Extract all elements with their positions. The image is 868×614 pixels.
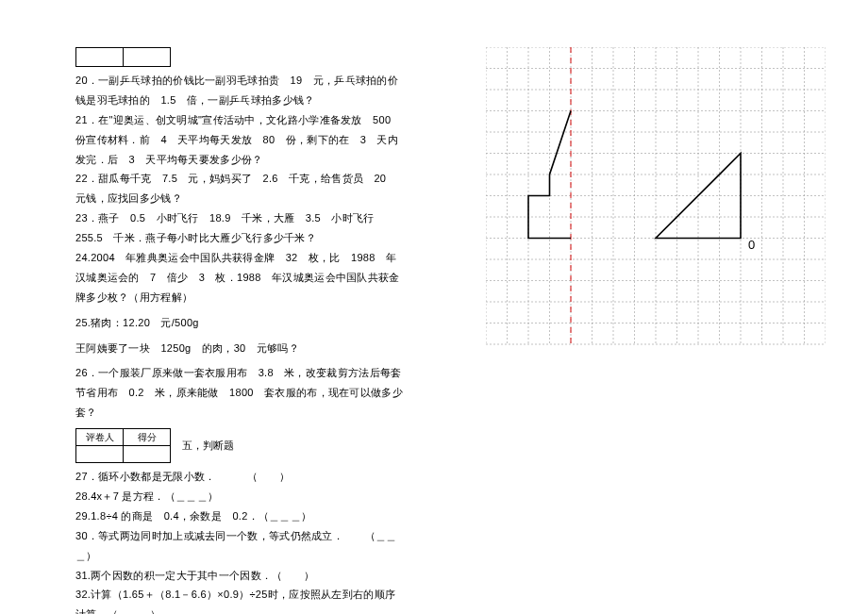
question-20: 20．一副乒乓球拍的价钱比一副羽毛球拍贵 19 元，乒乓球拍的价钱是羽毛球拍的 … <box>75 71 406 110</box>
o-point-label: 0 <box>748 238 755 252</box>
section-5-title: 五，判断题 <box>182 439 234 453</box>
question-24: 24.2004 年雅典奥运会中国队共获得金牌 32 枚，比 1988 年汉城奥运… <box>75 248 406 307</box>
score-table-5-score: 得分 <box>124 429 171 446</box>
question-31: 31.两个因数的积一定大于其中一个因数．（ ） <box>75 566 406 586</box>
question-29: 29.1.8÷4 的商是 0.4，余数是 0.2．（＿＿＿） <box>75 506 406 526</box>
question-28: 28.4x＋7 是方程．（＿＿＿） <box>75 487 406 506</box>
grid-figure: 0 <box>486 47 826 349</box>
grid-svg-icon: 0 <box>486 47 826 349</box>
score-table-5: 评卷人 得分 五，判断题 <box>75 428 406 463</box>
question-25-line2: 王阿姨要了一块 1250g 的肉，30 元够吗？ <box>75 339 406 358</box>
question-25-line1: 25.猪肉：12.20 元/500g <box>75 313 406 333</box>
question-22: 22．甜瓜每千克 7.5 元，妈妈买了 2.6 千克，给售货员 20 元钱，应找… <box>75 169 406 208</box>
question-21: 21．在"迎奥运、创文明城"宣传活动中，文化路小学准备发放 500 份宣传材料．… <box>75 110 406 170</box>
question-26: 26．一个服装厂原来做一套衣服用布 3.8 米，改变裁剪方法后每套节省用布 0.… <box>75 363 406 423</box>
score-table-5-grader: 评卷人 <box>76 429 124 446</box>
empty-top-table <box>75 47 171 67</box>
question-23: 23．燕子 0.5 小时飞行 18.9 千米，大雁 3.5 小时飞行 255.5… <box>75 208 406 248</box>
question-32: 32.计算（1.65＋（8.1－6.6）×0.9）÷25时，应按照从左到右的顺序… <box>75 585 406 614</box>
question-30: 30．等式两边同时加上或减去同一个数，等式仍然成立． （＿＿＿） <box>75 526 406 566</box>
question-27: 27．循环小数都是无限小数． （ ） <box>75 467 406 487</box>
